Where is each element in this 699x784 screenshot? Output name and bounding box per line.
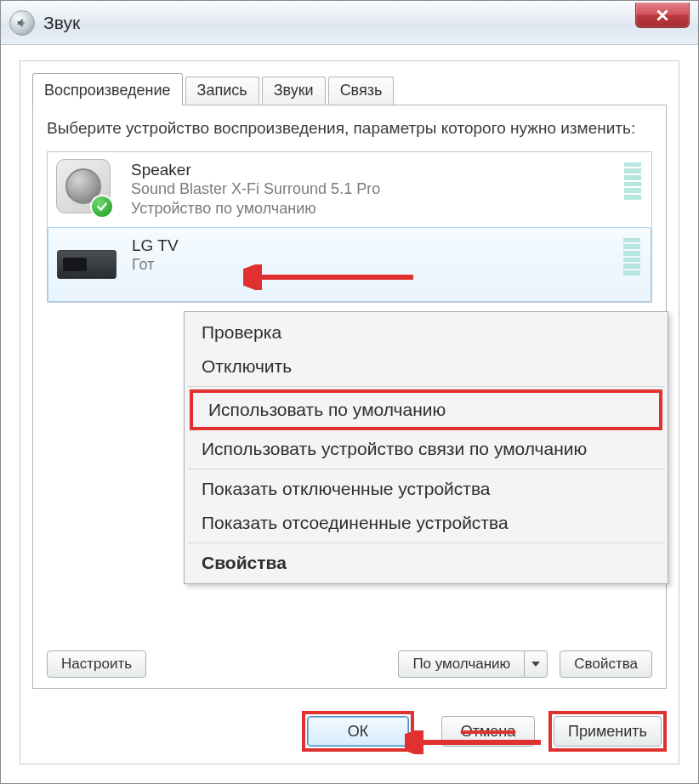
apply-button[interactable]: Применить <box>554 716 662 747</box>
sound-icon <box>9 10 35 36</box>
menu-item-disable[interactable]: Отключить <box>186 349 666 383</box>
menu-separator <box>188 543 664 543</box>
menu-item-test[interactable]: Проверка <box>186 315 666 349</box>
volume-meter <box>623 238 640 276</box>
tab-communications[interactable]: Связь <box>328 77 395 105</box>
sound-dialog-window: Звук Воспроизведение Запись Звуки Связь … <box>0 0 699 784</box>
menu-item-properties[interactable]: Свойства <box>186 546 666 580</box>
annotation-highlight: Использовать по умолчанию <box>190 389 662 430</box>
menu-separator <box>188 386 664 387</box>
titlebar[interactable]: Звук <box>1 1 698 45</box>
annotation-highlight: Применить <box>548 711 667 752</box>
dialog-action-buttons: ОК Отмена Применить <box>32 692 667 752</box>
set-default-split-button[interactable]: По умолчанию <box>398 650 548 678</box>
menu-item-show-disabled[interactable]: Показать отключенные устройства <box>186 472 666 506</box>
device-name: Speaker <box>131 161 643 179</box>
properties-button[interactable]: Свойства <box>560 650 652 678</box>
set-default-button[interactable]: По умолчанию <box>398 650 524 678</box>
menu-item-show-disconnected[interactable]: Показать отсоединенные устройства <box>186 506 666 540</box>
device-item[interactable]: Speaker Sound Blaster X-Fi Surround 5.1 … <box>48 152 651 227</box>
volume-meter <box>624 162 641 200</box>
close-button[interactable] <box>635 3 690 28</box>
tab-sounds[interactable]: Звуки <box>262 77 326 105</box>
tab-strip: Воспроизведение Запись Звуки Связь <box>32 73 679 105</box>
default-check-icon <box>90 195 114 219</box>
intro-text: Выберите устройство воспроизведения, пар… <box>47 117 652 139</box>
device-name: LG TV <box>132 236 642 255</box>
device-status: Устройство по умолчанию <box>131 199 643 219</box>
annotation-highlight: ОК <box>302 711 414 752</box>
window-title: Звук <box>43 13 80 33</box>
speaker-icon <box>56 159 114 217</box>
tab-playback[interactable]: Воспроизведение <box>32 73 183 105</box>
configure-button[interactable]: Настроить <box>47 650 146 678</box>
annotation-arrow <box>243 264 422 290</box>
menu-item-set-default-comm[interactable]: Использовать устройство связи по умолчан… <box>186 432 666 466</box>
ok-button[interactable]: ОК <box>307 716 409 747</box>
device-description: Sound Blaster X-Fi Surround 5.1 Pro <box>131 179 643 199</box>
tab-recording[interactable]: Запись <box>185 77 259 105</box>
annotation-arrow <box>405 730 549 754</box>
chevron-down-icon <box>531 662 540 667</box>
set-default-dropdown[interactable] <box>524 650 548 678</box>
hdmi-device-icon <box>57 235 115 293</box>
menu-separator <box>188 469 664 469</box>
menu-item-set-default[interactable]: Использовать по умолчанию <box>193 393 659 427</box>
context-menu: Проверка Отключить Использовать по умолч… <box>184 311 668 584</box>
